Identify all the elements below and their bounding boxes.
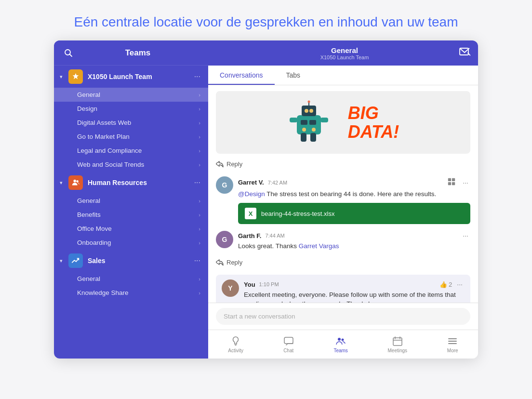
message-garret-1: G Garret V. 7:42 AM: [216, 176, 470, 224]
more-options-icon[interactable]: ···: [461, 231, 470, 240]
robot-illustration: [287, 98, 340, 146]
page-header: Eén centrale locatie voor de gesprekken …: [45, 0, 487, 40]
svg-rect-16: [301, 120, 307, 125]
nav-more[interactable]: More: [441, 334, 464, 355]
more-options-icon[interactable]: ···: [461, 178, 470, 187]
channel-name: Go to Market Plan: [77, 133, 199, 140]
message-actions: ···: [445, 176, 470, 188]
nav-activity[interactable]: Activity: [222, 334, 249, 355]
channel-onboarding[interactable]: Onboarding ›: [54, 236, 208, 250]
channel-benefits[interactable]: Benefits ›: [54, 208, 208, 222]
app-body: Teams ▾ X1050 Launch Team ···: [54, 40, 478, 359]
reply-icon: [216, 259, 224, 266]
svg-point-2: [74, 180, 76, 182]
svg-rect-26: [284, 337, 293, 344]
channel-name: Office Move: [77, 225, 199, 232]
search-icon[interactable]: [62, 46, 75, 60]
svg-rect-14: [301, 133, 306, 142]
svg-point-3: [76, 180, 79, 183]
nav-meetings[interactable]: Meetings: [382, 334, 413, 355]
team-icon-sales: [68, 253, 83, 268]
compose-icon[interactable]: [459, 46, 470, 60]
team-more-sales[interactable]: ···: [192, 254, 202, 267]
channel-general-hr[interactable]: General ›: [54, 194, 208, 208]
channel-design[interactable]: Design ›: [54, 102, 208, 116]
team-more-hr[interactable]: ···: [192, 176, 202, 189]
more-options-icon[interactable]: ···: [455, 279, 465, 289]
team-header-x1050[interactable]: ▾ X1050 Launch Team ···: [54, 66, 208, 88]
activity-icon: [230, 336, 241, 346]
nav-label: Meetings: [388, 348, 408, 353]
meetings-icon: [392, 336, 403, 346]
message-actions: 👍 2 ···: [439, 279, 465, 289]
svg-point-19: [312, 128, 316, 132]
message-content: Looks great. Thanks: [238, 242, 299, 250]
team-header-sales[interactable]: ▾ Sales ···: [54, 250, 208, 272]
main-content: General X1050 Launch Team Conversations …: [208, 40, 478, 359]
big-data-text: BIGDATA!: [348, 104, 399, 142]
tab-conversations[interactable]: Conversations: [208, 66, 275, 85]
main-header-center: General X1050 Launch Team: [230, 46, 459, 60]
message-author: You: [244, 281, 255, 288]
team-group-sales: ▾ Sales ··· General ›: [54, 250, 208, 300]
nav-chat[interactable]: Chat: [278, 334, 300, 355]
team-more-x1050[interactable]: ···: [192, 70, 202, 83]
channel-digital-assets[interactable]: Digital Assets Web ›: [54, 116, 208, 130]
mention-link[interactable]: Garret Vargas: [299, 242, 339, 250]
team-group-hr: ▾ Human Resources ···: [54, 172, 208, 250]
message-text: Excellent meeting, everyone. Please foll…: [244, 291, 465, 303]
chevron-right-icon: ›: [199, 276, 200, 282]
nav-label: Activity: [228, 348, 243, 353]
channel-name: Knowledge Share: [77, 289, 199, 296]
tab-tabs[interactable]: Tabs: [275, 66, 312, 85]
channel-knowledge-share[interactable]: Knowledge Share ›: [54, 286, 208, 300]
sidebar: Teams ▾ X1050 Launch Team ···: [54, 40, 208, 359]
channel-title: General: [230, 46, 459, 54]
channel-legal[interactable]: Legal and Compliance ›: [54, 144, 208, 158]
channel-general-x1050[interactable]: General ›: [54, 88, 208, 102]
sidebar-content: ▾ X1050 Launch Team ··· General ›: [54, 66, 208, 359]
conversation-input-area: Start a new conversation: [208, 303, 478, 330]
message-meta: Garth F. 7:44 AM ···: [238, 231, 470, 240]
channel-name: Onboarding: [77, 239, 199, 246]
chevron-right-icon: ›: [199, 212, 200, 218]
reply-label: Reply: [226, 160, 242, 168]
svg-point-27: [338, 338, 341, 341]
channel-subtitle: X1050 Launch Team: [230, 54, 459, 60]
team-group-x1050: ▾ X1050 Launch Team ··· General ›: [54, 66, 208, 172]
channel-name: Digital Assets Web: [77, 119, 199, 126]
message-author: Garret V.: [238, 179, 264, 186]
nav-label: More: [447, 348, 458, 353]
channel-name: Web and Social Trends: [77, 161, 199, 168]
reply-row-2[interactable]: Reply: [216, 258, 470, 267]
new-conversation-input[interactable]: Start a new conversation: [216, 308, 470, 325]
likes-count: 2: [449, 281, 452, 288]
reply-label: Reply: [226, 259, 242, 266]
channel-name: General: [77, 275, 199, 282]
reaction-icon[interactable]: [445, 176, 458, 188]
reply-row-1[interactable]: Reply: [216, 160, 470, 169]
svg-point-9: [309, 109, 313, 113]
chat-icon: [283, 336, 294, 346]
nav-teams[interactable]: Teams: [328, 334, 353, 355]
file-attachment[interactable]: X bearing-44-stress-test.xlsx: [238, 203, 470, 224]
message-meta: Garret V. 7:42 AM: [238, 176, 470, 188]
svg-rect-13: [320, 118, 328, 122]
chevron-right-icon: ›: [199, 240, 200, 246]
channel-name: General: [77, 91, 199, 98]
team-header-hr[interactable]: ▾ Human Resources ···: [54, 172, 208, 194]
channel-general-sales[interactable]: General ›: [54, 272, 208, 286]
team-icon-hr: [68, 175, 83, 190]
channel-web-social[interactable]: Web and Social Trends ›: [54, 158, 208, 172]
content-tabs: Conversations Tabs: [208, 66, 478, 85]
channel-name: Design: [77, 105, 199, 112]
channel-name: Legal and Compliance: [77, 147, 199, 154]
chevron-right-icon: ›: [199, 92, 200, 98]
channel-office-move[interactable]: Office Move ›: [54, 222, 208, 236]
chevron-right-icon: ›: [199, 226, 200, 232]
message-time: 1:10 PM: [259, 281, 279, 287]
likes-badge: 👍 2: [439, 281, 452, 288]
svg-rect-23: [452, 182, 455, 185]
nav-label: Teams: [333, 348, 347, 353]
channel-go-to-market[interactable]: Go to Market Plan ›: [54, 130, 208, 144]
